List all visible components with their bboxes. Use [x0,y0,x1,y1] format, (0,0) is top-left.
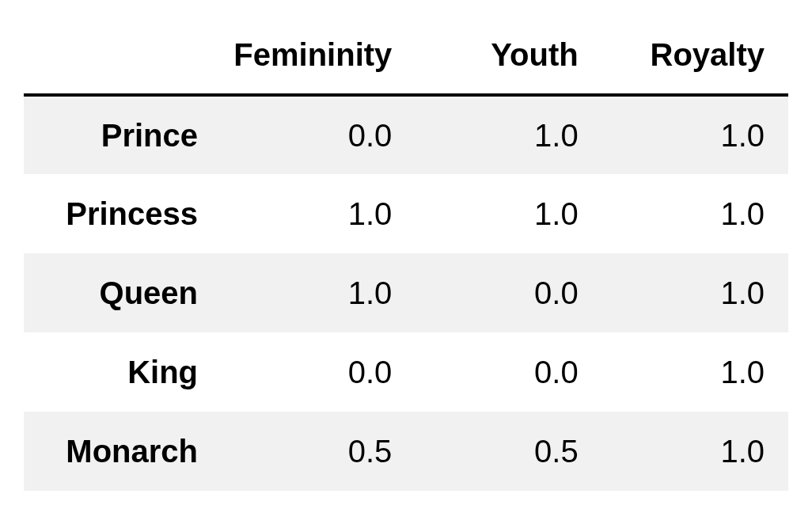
data-table: Femininity Youth Royalty Prince 0.0 1.0 … [24,16,788,491]
row-label: Princess [24,174,230,253]
cell-value: 0.5 [415,412,601,491]
cell-value: 0.0 [230,95,415,174]
cell-value: 0.5 [230,412,415,491]
row-label: King [24,332,230,412]
table-header-row: Femininity Youth Royalty [24,16,788,95]
header-col-0: Femininity [230,16,415,95]
cell-value: 1.0 [602,95,788,174]
cell-value: 1.0 [602,174,788,253]
cell-value: 1.0 [602,253,788,332]
header-col-2: Royalty [602,16,788,95]
cell-value: 0.0 [415,332,601,412]
cell-value: 1.0 [230,253,415,332]
cell-value: 1.0 [602,412,788,491]
table-row: Queen 1.0 0.0 1.0 [24,253,788,332]
table-row: Prince 0.0 1.0 1.0 [24,95,788,174]
cell-value: 0.0 [415,253,601,332]
cell-value: 1.0 [230,174,415,253]
header-col-1: Youth [415,16,601,95]
header-empty [24,16,230,95]
table-row: Monarch 0.5 0.5 1.0 [24,412,788,491]
cell-value: 1.0 [602,332,788,412]
row-label: Queen [24,253,230,332]
cell-value: 0.0 [230,332,415,412]
cell-value: 1.0 [415,174,601,253]
table-row: King 0.0 0.0 1.0 [24,332,788,412]
row-label: Monarch [24,412,230,491]
row-label: Prince [24,95,230,174]
table-row: Princess 1.0 1.0 1.0 [24,174,788,253]
cell-value: 1.0 [415,95,601,174]
